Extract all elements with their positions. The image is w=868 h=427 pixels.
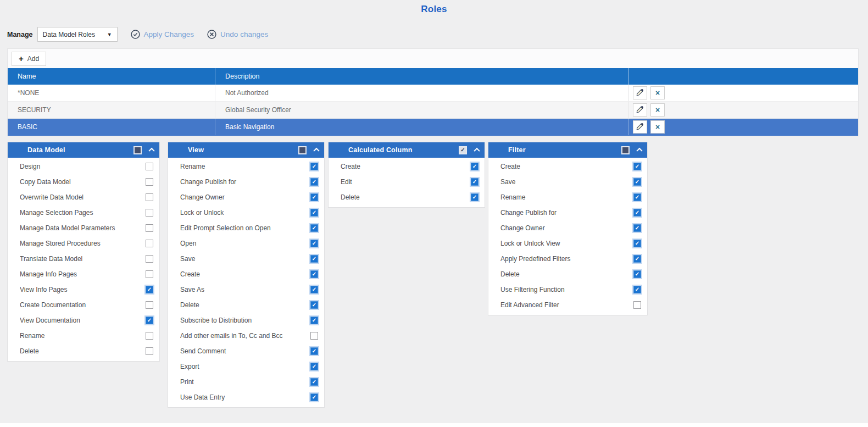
select-all-checkbox[interactable]: ✓	[459, 146, 467, 154]
permission-label: Create	[341, 163, 471, 170]
select-all-checkbox[interactable]	[298, 146, 307, 154]
permission-item: Delete✓	[329, 190, 485, 205]
permission-checkbox[interactable]: ✓	[310, 255, 318, 263]
permission-checkbox[interactable]	[146, 347, 153, 355]
permission-label: Design	[20, 163, 146, 170]
edit-role-button[interactable]	[633, 103, 647, 117]
panel-body: Create✓Edit✓Delete✓	[329, 158, 485, 207]
permission-checkbox[interactable]	[146, 240, 153, 247]
permission-checkbox[interactable]	[633, 301, 641, 309]
grid-toolbar: + Add	[8, 49, 858, 68]
permission-checkbox[interactable]: ✓	[146, 317, 153, 324]
chevron-up-icon[interactable]	[148, 148, 154, 154]
permission-checkbox[interactable]: ✓	[633, 178, 641, 186]
edit-role-button[interactable]	[633, 120, 647, 134]
delete-role-button[interactable]: ×	[650, 86, 665, 99]
table-row[interactable]: SECURITYGlobal Security Officer×	[8, 102, 858, 119]
permission-checkbox[interactable]: ✓	[633, 163, 641, 170]
permission-checkbox[interactable]: ✓	[471, 193, 478, 201]
permission-label: Rename	[180, 163, 310, 170]
permission-item: Delete✓	[168, 297, 324, 313]
permission-checkbox[interactable]	[146, 332, 153, 340]
permission-checkbox[interactable]: ✓	[310, 193, 318, 201]
permission-checkbox[interactable]	[146, 209, 153, 217]
apply-changes-button[interactable]: Apply Changes	[131, 30, 194, 39]
table-row[interactable]: *NONENot Authorized×	[8, 85, 858, 102]
permission-checkbox[interactable]	[146, 301, 153, 309]
permission-checkbox[interactable]	[146, 178, 153, 186]
permission-item: Delete✓	[488, 267, 647, 282]
chevron-up-icon[interactable]	[636, 148, 642, 154]
permission-label: Delete	[341, 193, 471, 201]
undo-changes-label: Undo changes	[220, 30, 268, 38]
permission-checkbox[interactable]: ✓	[310, 347, 318, 355]
permission-checkbox[interactable]	[146, 270, 153, 278]
permission-checkbox[interactable]: ✓	[146, 286, 153, 293]
add-role-button[interactable]: + Add	[12, 52, 46, 66]
panel-title: Filter	[508, 146, 621, 154]
permission-checkbox[interactable]: ✓	[310, 224, 318, 232]
permission-checkbox[interactable]	[146, 193, 153, 201]
permission-label: Add other emails in To, Cc and Bcc	[180, 332, 310, 340]
permission-checkbox[interactable]: ✓	[310, 317, 318, 324]
permission-checkbox[interactable]: ✓	[310, 301, 318, 309]
edit-role-button[interactable]	[633, 86, 647, 99]
permission-item: Edit✓	[329, 174, 485, 190]
permission-checkbox[interactable]: ✓	[310, 286, 318, 293]
permission-checkbox[interactable]: ✓	[310, 240, 318, 247]
select-all-checkbox[interactable]	[133, 146, 142, 154]
panel-header: Filter	[488, 142, 647, 158]
chevron-up-icon[interactable]	[313, 148, 319, 154]
permission-item: Subscribe to Distribution✓	[168, 313, 324, 328]
permission-item: Manage Data Model Parameters	[8, 220, 159, 236]
permission-label: Rename	[20, 332, 146, 340]
permission-checkbox[interactable]: ✓	[471, 163, 478, 170]
permission-checkbox[interactable]	[310, 332, 318, 340]
undo-changes-button[interactable]: Undo changes	[207, 30, 268, 39]
permission-checkbox[interactable]: ✓	[310, 393, 318, 401]
delete-role-button[interactable]: ×	[650, 103, 665, 117]
role-name-cell: *NONE	[8, 85, 215, 101]
permission-checkbox[interactable]: ✓	[633, 255, 641, 263]
permission-checkbox[interactable]: ✓	[633, 209, 641, 217]
permission-checkbox[interactable]: ✓	[633, 193, 641, 201]
permission-checkbox[interactable]: ✓	[310, 209, 318, 217]
panel-title: View	[188, 146, 298, 154]
column-header-name[interactable]: Name	[8, 68, 215, 85]
permission-item: Create Documentation	[8, 297, 159, 313]
panel-title: Calculated Column	[348, 146, 459, 154]
permission-item: Change Owner✓	[168, 190, 324, 205]
permission-checkbox[interactable]: ✓	[310, 363, 318, 370]
permission-checkbox[interactable]: ✓	[310, 270, 318, 278]
permission-label: Open	[180, 240, 310, 247]
permission-checkbox[interactable]: ✓	[633, 240, 641, 247]
select-all-checkbox[interactable]	[621, 146, 630, 154]
column-header-description[interactable]: Description	[215, 68, 629, 85]
role-actions-cell: ×	[629, 85, 858, 101]
permission-checkbox[interactable]: ✓	[633, 286, 641, 293]
permission-checkbox[interactable]: ✓	[310, 178, 318, 186]
permission-label: Delete	[500, 270, 633, 278]
permission-checkbox[interactable]: ✓	[471, 178, 478, 186]
caret-down-icon: ▼	[107, 32, 112, 37]
permission-checkbox[interactable]: ✓	[633, 270, 641, 278]
permission-checkbox[interactable]	[146, 163, 153, 170]
permission-label: Apply Predefined Filters	[500, 255, 633, 263]
permission-item: Add other emails in To, Cc and Bcc	[168, 328, 324, 343]
permission-checkbox[interactable]	[146, 255, 153, 263]
delete-role-button[interactable]: ×	[650, 120, 665, 134]
permission-label: Save	[180, 255, 310, 263]
panel-filter: FilterCreate✓Save✓Rename✓Change Publish …	[488, 142, 648, 315]
permission-label: Use Filtering Function	[500, 286, 633, 293]
role-name-cell: BASIC	[8, 119, 215, 135]
permission-item: Rename✓	[168, 159, 324, 174]
permission-checkbox[interactable]	[146, 224, 153, 232]
manage-dropdown[interactable]: Data Model Roles ▼	[37, 27, 118, 42]
permission-item: Delete	[8, 343, 159, 359]
table-row[interactable]: BASICBasic Navigation×	[8, 119, 858, 136]
permission-checkbox[interactable]: ✓	[310, 378, 318, 386]
permission-checkbox[interactable]: ✓	[310, 163, 318, 170]
chevron-up-icon[interactable]	[474, 148, 480, 154]
roles-grid: + Add Name Description *NONENot Authoriz…	[7, 48, 859, 136]
permission-checkbox[interactable]: ✓	[633, 224, 641, 232]
